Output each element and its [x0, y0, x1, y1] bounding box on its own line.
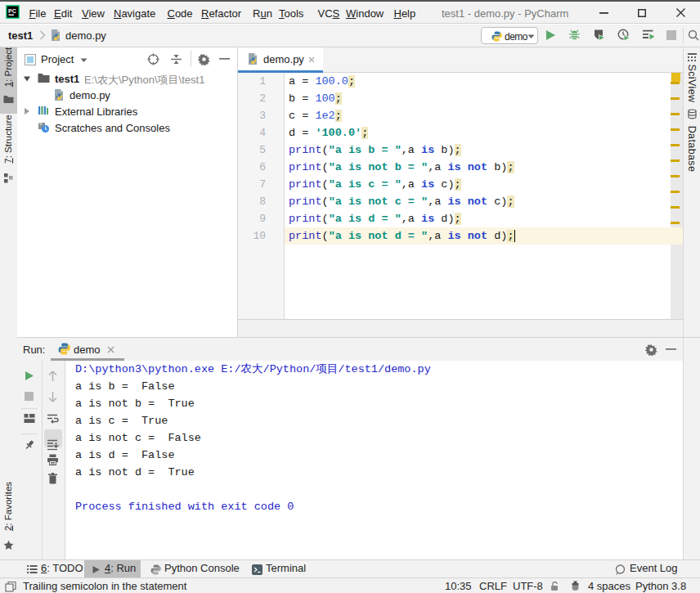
svg-text:PC: PC [8, 8, 16, 14]
